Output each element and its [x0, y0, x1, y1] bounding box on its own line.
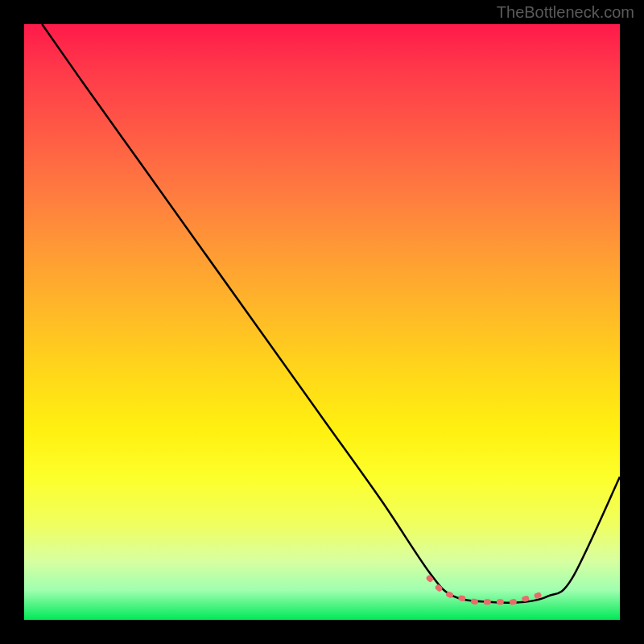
chart-plot-area — [24, 24, 620, 620]
watermark-text: TheBottleneck.com — [497, 3, 634, 22]
optimal-range-marker-line — [429, 578, 548, 602]
bottleneck-curve-line — [42, 24, 620, 603]
chart-svg — [24, 24, 620, 620]
